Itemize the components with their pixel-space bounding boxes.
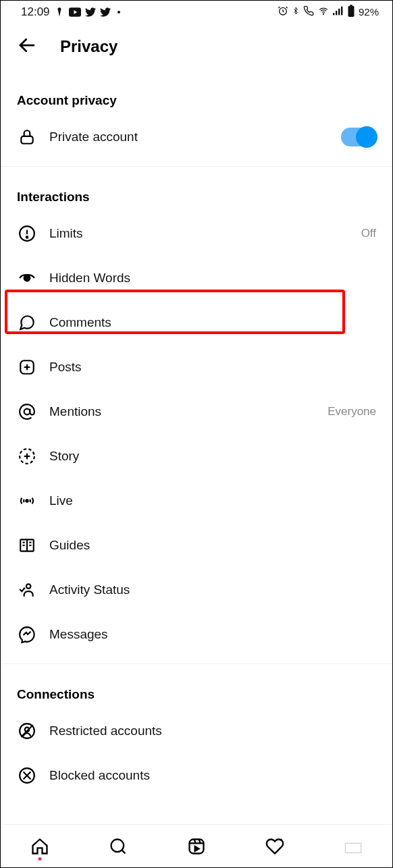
nav-home-icon[interactable] [30, 836, 50, 857]
row-blocked-accounts[interactable]: Blocked accounts [1, 753, 392, 798]
row-activity-status[interactable]: Activity Status [1, 568, 392, 612]
svg-point-22 [26, 499, 28, 501]
youtube-icon [69, 7, 81, 17]
svg-point-36 [111, 839, 124, 852]
nav-profile-icon[interactable] [343, 836, 363, 857]
svg-rect-7 [350, 5, 352, 6]
row-restricted-accounts[interactable]: Restricted accounts [1, 709, 392, 753]
row-messages[interactable]: Messages [1, 612, 392, 657]
row-mentions[interactable]: Mentions Everyone [1, 389, 392, 434]
section-account-privacy-title: Account privacy [1, 70, 392, 115]
plus-square-icon [17, 357, 37, 377]
restricted-icon [17, 721, 37, 741]
alarm-icon [278, 5, 288, 18]
row-story[interactable]: Story [1, 434, 392, 479]
phone-icon [303, 5, 314, 18]
signal-icon [333, 6, 344, 18]
status-bar: 12:09 92% [1, 1, 392, 22]
guides-label: Guides [49, 538, 376, 553]
nav-heart-icon[interactable] [265, 836, 285, 857]
messenger-icon [17, 624, 37, 645]
story-plus-icon [17, 446, 37, 466]
restricted-label: Restricted accounts [49, 724, 376, 738]
svg-point-13 [26, 236, 28, 238]
status-dot [117, 11, 120, 13]
limits-label: Limits [49, 226, 349, 241]
warning-circle-icon [17, 223, 37, 244]
row-private-account[interactable]: Private account [1, 115, 392, 159]
content: Account privacy Private account Interact… [1, 70, 392, 845]
bottom-nav [1, 824, 392, 867]
status-time: 12:09 [21, 5, 50, 19]
section-connections-title: Connections [1, 664, 392, 709]
header: Privacy [1, 22, 392, 70]
blocked-icon [17, 765, 37, 786]
private-account-label: Private account [49, 130, 329, 144]
svg-point-14 [24, 275, 30, 281]
activity-status-label: Activity Status [49, 582, 376, 597]
mentions-value: Everyone [328, 405, 376, 418]
svg-rect-8 [348, 6, 354, 17]
blocked-label: Blocked accounts [49, 768, 376, 783]
activity-status-icon [17, 580, 37, 600]
comments-label: Comments [49, 315, 376, 330]
svg-point-29 [26, 584, 30, 589]
hidden-words-label: Hidden Words [49, 271, 376, 286]
mentions-label: Mentions [49, 404, 315, 419]
limits-value: Off [361, 227, 376, 240]
lock-icon [17, 127, 37, 147]
svg-point-2 [323, 13, 323, 14]
section-interactions-title: Interactions [1, 167, 392, 211]
svg-rect-3 [333, 13, 334, 15]
at-icon [17, 402, 37, 422]
bluetooth-icon [292, 5, 300, 18]
row-comments[interactable]: Comments [1, 300, 392, 345]
svg-rect-10 [21, 136, 32, 144]
page-title: Privacy [60, 37, 117, 56]
svg-rect-6 [341, 7, 342, 16]
row-hidden-words[interactable]: Hidden Words [1, 256, 392, 300]
wifi-icon [317, 6, 330, 18]
status-right: 92% [278, 5, 379, 19]
battery-percent: 92% [359, 6, 379, 18]
svg-rect-42 [345, 843, 361, 852]
twitter-icon-2 [100, 7, 111, 17]
twitter-icon-1 [85, 7, 96, 17]
row-posts[interactable]: Posts [1, 345, 392, 389]
eye-hidden-icon [17, 268, 37, 288]
nav-home-dot [38, 857, 42, 861]
svg-point-18 [24, 409, 30, 415]
row-guides[interactable]: Guides [1, 523, 392, 568]
story-label: Story [49, 449, 376, 464]
messages-label: Messages [49, 627, 376, 642]
live-label: Live [49, 493, 376, 508]
svg-rect-4 [336, 11, 337, 15]
app-icon-1 [54, 7, 65, 18]
back-arrow-icon[interactable] [17, 35, 37, 58]
nav-search-icon[interactable] [108, 836, 128, 857]
battery-icon [347, 5, 355, 19]
svg-rect-38 [190, 839, 204, 853]
svg-line-37 [122, 850, 126, 853]
nav-reels-icon[interactable] [186, 836, 207, 857]
row-limits[interactable]: Limits Off [1, 211, 392, 256]
svg-rect-5 [338, 9, 340, 16]
posts-label: Posts [49, 360, 376, 375]
status-left: 12:09 [21, 5, 120, 19]
row-live[interactable]: Live [1, 479, 392, 523]
guides-icon [17, 535, 37, 555]
live-icon [17, 491, 37, 511]
private-account-toggle[interactable] [341, 128, 376, 146]
comment-icon [17, 313, 37, 333]
